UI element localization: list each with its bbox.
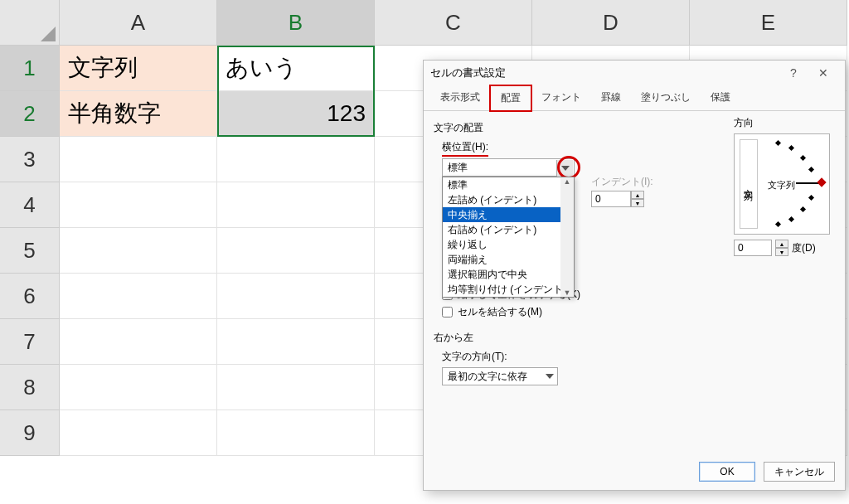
tab-fill[interactable]: 塗りつぶし [631,85,701,110]
dd-option-repeat[interactable]: 繰り返し [443,237,574,252]
cell-A9[interactable] [60,410,217,456]
row-header-5[interactable]: 5 [0,228,60,274]
cell-B4[interactable] [217,182,375,228]
cell-B6[interactable] [217,274,375,319]
cell-A6[interactable] [60,274,217,319]
orientation-end-marker [817,177,826,187]
tab-font[interactable]: フォント [531,85,591,110]
merge-cells-checkbox[interactable]: セルを結合する(M) [442,305,835,319]
row-header-3[interactable]: 3 [0,137,60,182]
cancel-button[interactable]: キャンセル [764,462,835,482]
indent-spin-up[interactable]: ▲ [631,191,644,199]
cell-A7[interactable] [60,319,217,365]
cell-B9[interactable] [217,410,375,456]
cell-A5[interactable] [60,228,217,274]
rtl-group-label: 右から左 [434,331,835,345]
dd-option-justify[interactable]: 両端揃え [443,252,574,267]
merge-label: セルを結合する(M) [458,305,542,319]
col-header-B[interactable]: B [217,0,375,46]
merge-checkbox-input[interactable] [442,307,453,317]
dd-option-standard[interactable]: 標準 [443,177,574,192]
chevron-down-icon [561,166,570,171]
orientation-degree-input[interactable] [734,240,772,256]
row-header-8[interactable]: 8 [0,365,60,410]
cell-A8[interactable] [60,365,217,410]
horizontal-combo[interactable]: 標準 標準 左詰め (インデント) 中央揃え 右詰め (インデント) 繰り返し … [442,158,575,177]
orientation-vertical-text[interactable]: 文字列 [740,139,758,229]
cell-A1[interactable]: 文字列 [60,46,217,91]
cell-B7[interactable] [217,319,375,365]
dd-option-right[interactable]: 右詰め (インデント) [443,222,574,237]
tab-protection[interactable]: 保護 [701,85,740,110]
indent-label: インデント(I): [591,175,653,189]
col-header-A[interactable]: A [60,0,217,46]
orientation-horizontal-text: 文字列 [768,179,795,191]
row-header-4[interactable]: 4 [0,182,60,228]
dropdown-scrollbar[interactable]: ▲▼ [560,177,574,297]
chevron-down-icon [546,372,554,380]
row-header-7[interactable]: 7 [0,319,60,365]
horizontal-dropdown: 標準 左詰め (インデント) 中央揃え 右詰め (インデント) 繰り返し 両端揃… [442,177,575,298]
cell-B5[interactable] [217,228,375,274]
cell-A3[interactable] [60,137,217,182]
tab-display[interactable]: 表示形式 [430,85,490,110]
row-header-6[interactable]: 6 [0,274,60,319]
text-direction-combo[interactable]: 最初の文字に依存 [442,367,558,385]
indent-spin-down[interactable]: ▼ [631,199,644,207]
degree-label: 度(D) [792,241,816,255]
help-button[interactable]: ? [779,63,808,83]
dd-option-center-selection[interactable]: 選択範囲内で中央 [443,267,574,282]
cell-A4[interactable] [60,182,217,228]
dialog-tabs: 表示形式 配置 フォント 罫線 塗りつぶし 保護 [424,85,845,111]
dd-option-left[interactable]: 左詰め (インデント) [443,192,574,207]
dialog-title: セルの書式設定 [430,65,779,80]
cell-B3[interactable] [217,137,375,182]
degree-spin-down[interactable]: ▼ [775,248,788,256]
orientation-indicator-line [796,182,819,184]
orientation-box[interactable]: 文字列 文字列 [734,133,830,235]
cell-B1[interactable]: あいう [217,46,375,91]
row-header-1[interactable]: 1 [0,46,60,91]
degree-spin-up[interactable]: ▲ [775,240,788,248]
cell-B8[interactable] [217,365,375,410]
close-button[interactable]: ✕ [808,63,838,83]
tab-border[interactable]: 罫線 [591,85,631,110]
select-all-corner[interactable] [0,0,60,46]
row-header-9[interactable]: 9 [0,410,60,456]
format-cells-dialog: セルの書式設定 ? ✕ 表示形式 配置 フォント 罫線 塗りつぶし 保護 文字の… [423,60,846,491]
ok-button[interactable]: OK [699,462,755,482]
orientation-group-label: 方向 [734,116,833,130]
cell-B2[interactable]: 123 [217,91,375,137]
col-header-E[interactable]: E [690,0,847,46]
text-direction-value: 最初の文字に依存 [448,370,527,384]
indent-input[interactable] [591,191,631,207]
horizontal-combo-button[interactable] [556,160,573,177]
dd-option-distributed[interactable]: 均等割り付け (インデント) [443,282,574,297]
col-header-C[interactable]: C [375,0,532,46]
cell-A2[interactable]: 半角数字 [60,91,217,137]
rtl-label: 文字の方向(T): [442,350,835,364]
dd-option-center[interactable]: 中央揃え [443,207,574,222]
col-header-D[interactable]: D [532,0,690,46]
tab-alignment[interactable]: 配置 [490,85,531,111]
horizontal-value: 標準 [448,161,468,175]
row-header-2[interactable]: 2 [0,91,60,137]
